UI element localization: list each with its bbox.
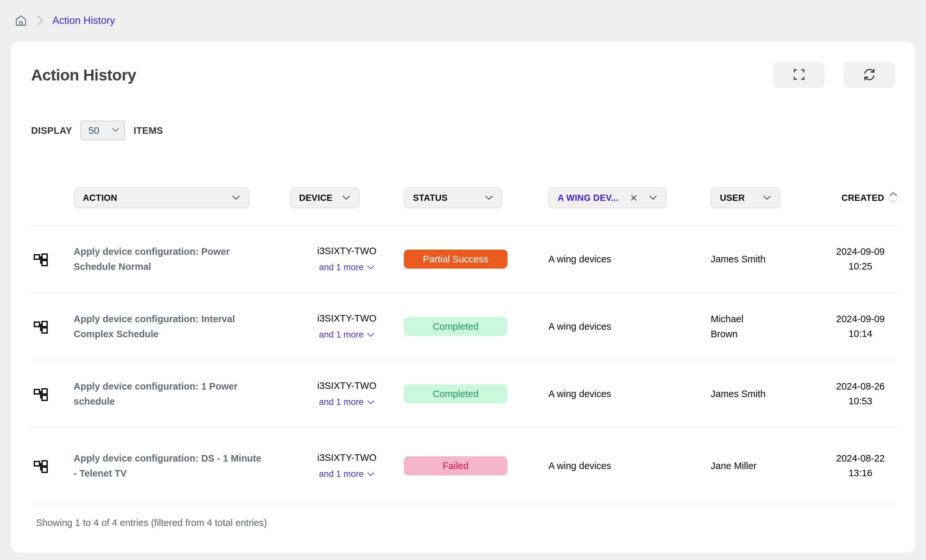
page: Action History Action History: [0, 0, 926, 560]
table-row: Apply device configuration: Interval Com…: [31, 293, 897, 361]
entries-summary: Showing 1 to 4 of 4 entries (filtered fr…: [36, 518, 267, 528]
created-time: 10:53: [849, 394, 872, 409]
user-name: Jane Miller: [711, 458, 757, 473]
table-row: Apply device configuration: DS - 1 Minut…: [31, 428, 897, 504]
fullscreen-button[interactable]: [773, 62, 825, 88]
device-more-label: and 1 more: [319, 262, 364, 272]
device-name: i3SIXTY-TWO: [317, 313, 376, 324]
page-title: Action History: [31, 62, 136, 84]
icon-column-header: [31, 187, 74, 208]
action-description: Apply device configuration: 1 Power sche…: [74, 379, 262, 409]
chevron-down-icon: [232, 195, 240, 201]
filter-device-label: DEVICE: [299, 193, 333, 203]
chevron-down-icon: [484, 195, 493, 201]
table-row: Apply device configuration: Power Schedu…: [31, 226, 897, 293]
filter-action-label: ACTION: [83, 193, 117, 203]
device-more-label: and 1 more: [319, 330, 364, 340]
sort-created[interactable]: [889, 192, 897, 204]
action-description: Apply device configuration: DS - 1 Minut…: [74, 451, 262, 481]
table-row: Apply device configuration: 1 Power sche…: [31, 361, 897, 428]
card-actions: [773, 62, 895, 88]
filter-device-group[interactable]: A WING DEV...: [548, 187, 667, 208]
device-more-toggle[interactable]: and 1 more: [319, 469, 375, 479]
filter-user-label: USER: [720, 193, 745, 203]
device-name: i3SIXTY-TWO: [317, 380, 376, 391]
table-header-row: ACTION DEVICE: [31, 187, 897, 226]
sort-asc-icon: [889, 192, 897, 198]
filter-status-label: STATUS: [413, 193, 448, 203]
created-date: 2024-08-26: [836, 379, 884, 394]
status-badge: Failed: [404, 456, 507, 475]
filter-action[interactable]: ACTION: [74, 187, 249, 208]
user-name: Michael Brown: [711, 311, 768, 341]
chevron-down-icon: [649, 195, 657, 201]
device-more-label: and 1 more: [319, 469, 364, 479]
display-count-value: 50: [88, 125, 99, 136]
user-name: James Smith: [711, 252, 766, 267]
device-group: A wing devices: [548, 389, 611, 399]
created-column-label: CREATED: [841, 193, 884, 203]
status-badge: Completed: [404, 384, 507, 403]
refresh-icon: [862, 68, 876, 82]
device-group: A wing devices: [548, 321, 611, 332]
created-time: 13:16: [849, 466, 872, 480]
created-date: 2024-09-09: [836, 245, 884, 259]
chevron-down-icon: [763, 195, 771, 201]
close-icon[interactable]: [631, 195, 637, 201]
device-more-label: and 1 more: [319, 397, 364, 407]
device-tree-icon: [33, 251, 48, 267]
fullscreen-icon: [793, 68, 806, 82]
created-date: 2024-08-22: [836, 451, 884, 466]
status-badge: Partial Success: [404, 250, 507, 269]
device-group: A wing devices: [548, 460, 611, 471]
chevron-right-icon: [37, 15, 44, 26]
display-count-select[interactable]: 50: [80, 121, 125, 140]
device-group: A wing devices: [548, 254, 611, 265]
created-time: 10:25: [849, 259, 872, 274]
display-items-control: DISPLAY 50 ITEMS: [11, 121, 915, 140]
device-name: i3SIXTY-TWO: [317, 246, 376, 257]
chevron-down-icon: [342, 195, 350, 201]
status-badge: Completed: [404, 317, 507, 336]
action-history-table: ACTION DEVICE: [11, 187, 915, 504]
action-description: Apply device configuration: Power Schedu…: [74, 244, 262, 274]
device-more-toggle[interactable]: and 1 more: [319, 330, 375, 340]
device-name: i3SIXTY-TWO: [317, 452, 376, 463]
breadcrumb: Action History: [0, 0, 926, 33]
refresh-button[interactable]: [844, 62, 895, 88]
action-history-card: Action History: [11, 42, 915, 553]
chevron-down-icon: [112, 128, 119, 133]
device-more-toggle[interactable]: and 1 more: [319, 262, 375, 272]
breadcrumb-current[interactable]: Action History: [52, 15, 115, 27]
action-description: Apply device configuration: Interval Com…: [74, 311, 262, 341]
home-icon[interactable]: [14, 14, 28, 28]
filter-status[interactable]: STATUS: [404, 187, 502, 208]
display-label: DISPLAY: [31, 125, 72, 136]
filter-user[interactable]: USER: [711, 187, 781, 208]
card-header: Action History: [11, 42, 915, 88]
filter-device-group-label: A WING DEV...: [558, 193, 619, 203]
device-tree-icon: [33, 318, 48, 335]
user-name: James Smith: [711, 386, 766, 402]
items-label: ITEMS: [133, 125, 163, 136]
table-footer: Showing 1 to 4 of 4 entries (filtered fr…: [11, 504, 915, 528]
device-tree-icon: [33, 386, 48, 402]
filter-device[interactable]: DEVICE: [290, 187, 360, 208]
created-time: 10:14: [849, 326, 872, 341]
sort-desc-icon: [889, 199, 897, 204]
created-date: 2024-09-09: [836, 312, 884, 326]
device-more-toggle[interactable]: and 1 more: [319, 397, 375, 407]
device-tree-icon: [33, 457, 48, 474]
